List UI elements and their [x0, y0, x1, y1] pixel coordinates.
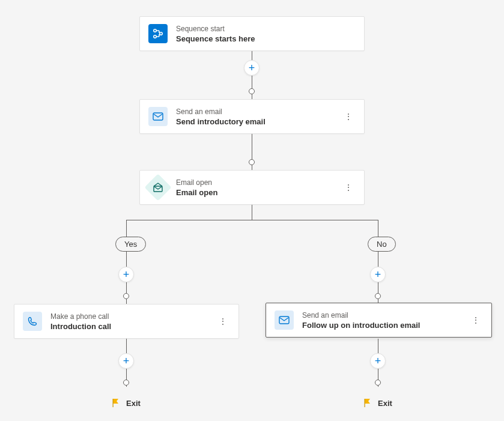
- svg-rect-5: [279, 317, 289, 324]
- node-label: Make a phone call: [50, 312, 111, 321]
- flag-icon: [111, 398, 121, 408]
- node-title: Introduction call: [50, 322, 111, 331]
- more-options-button[interactable]: ⋮: [215, 314, 231, 329]
- node-title: Send introductory email: [176, 117, 266, 126]
- add-step-button[interactable]: +: [244, 60, 260, 76]
- exit-marker-left: Exit: [111, 398, 141, 408]
- connector-node: [249, 88, 255, 94]
- svg-point-1: [154, 35, 156, 38]
- connector-node: [123, 293, 129, 299]
- node-title: Sequence starts here: [176, 34, 255, 43]
- svg-rect-7: [365, 399, 365, 407]
- node-label: Send an email: [176, 108, 266, 116]
- branch-label-no: No: [368, 237, 396, 252]
- exit-marker-right: Exit: [362, 398, 392, 408]
- connector-node: [375, 380, 381, 386]
- more-options-button[interactable]: ⋮: [468, 313, 484, 327]
- node-sequence-start[interactable]: Sequence start Sequence starts here: [139, 16, 365, 51]
- svg-rect-3: [153, 113, 163, 120]
- node-condition-email-open[interactable]: Email open Email open ⋮: [139, 170, 365, 205]
- node-title: Email open: [176, 188, 217, 197]
- email-icon: [148, 107, 168, 126]
- connector-node: [123, 380, 129, 386]
- add-step-button[interactable]: +: [118, 353, 134, 369]
- node-make-phone-call[interactable]: Make a phone call Introduction call ⋮: [14, 304, 239, 339]
- node-title: Follow up on introduction email: [302, 321, 420, 330]
- exit-label: Exit: [126, 399, 141, 408]
- node-label: Email open: [176, 178, 217, 187]
- add-step-button[interactable]: +: [370, 353, 386, 369]
- connector-node: [249, 159, 255, 165]
- connector: [378, 220, 378, 304]
- add-step-button[interactable]: +: [118, 267, 134, 282]
- email-icon: [275, 310, 294, 330]
- connector: [126, 220, 378, 220]
- flag-icon: [362, 398, 373, 408]
- exit-label: Exit: [378, 399, 392, 408]
- sequence-canvas: Sequence start Sequence starts here + Se…: [0, 0, 504, 421]
- phone-icon: [23, 312, 42, 331]
- svg-point-2: [160, 32, 162, 35]
- svg-rect-6: [113, 399, 114, 407]
- branch-label-yes: Yes: [115, 237, 146, 252]
- node-follow-up-email[interactable]: Send an email Follow up on introduction …: [266, 303, 492, 338]
- add-step-button[interactable]: +: [370, 267, 386, 282]
- sequence-start-icon: [148, 24, 168, 43]
- condition-icon: [144, 174, 171, 201]
- connector-node: [375, 293, 381, 299]
- connector: [252, 205, 252, 220]
- node-label: Sequence start: [176, 25, 255, 33]
- svg-point-0: [154, 29, 156, 32]
- node-label: Send an email: [302, 311, 420, 320]
- more-options-button[interactable]: ⋮: [341, 180, 357, 195]
- more-options-button[interactable]: ⋮: [341, 109, 357, 124]
- connector: [126, 220, 127, 304]
- node-send-intro-email[interactable]: Send an email Send introductory email ⋮: [139, 99, 365, 134]
